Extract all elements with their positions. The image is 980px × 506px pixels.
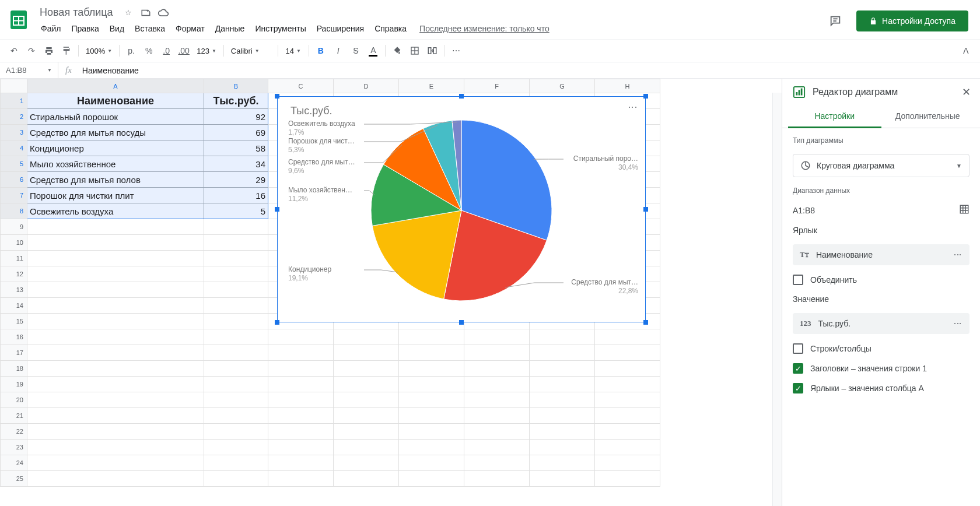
cell-F19[interactable] (464, 377, 530, 392)
cell-B24[interactable] (204, 455, 268, 471)
resize-handle[interactable] (643, 320, 648, 325)
cell-E17[interactable] (399, 345, 464, 361)
resize-handle[interactable] (459, 320, 464, 325)
cell-A17[interactable] (27, 345, 204, 361)
cell-H18[interactable] (595, 361, 660, 377)
menu-insert[interactable]: Вставка (130, 22, 170, 36)
sheet-area[interactable]: ABCDEFGH1НаименованиеТыс.руб.2Стиральный… (0, 79, 782, 506)
pie-chart[interactable]: ⋮ Тыс.руб. Стиральный поро…30,4%Средство… (277, 96, 646, 322)
cell-C23[interactable] (268, 440, 334, 455)
data-range-input[interactable]: A1:B8 (793, 206, 815, 215)
close-icon[interactable]: ✕ (962, 86, 971, 99)
menu-extensions[interactable]: Расширения (312, 22, 369, 36)
zoom-select[interactable]: 100%▼ (82, 43, 116, 59)
row-header-15[interactable]: 15 (1, 314, 27, 329)
row-header-3[interactable]: 3 (1, 125, 27, 140)
cell-F23[interactable] (464, 440, 530, 455)
more-toolbar-button[interactable]: ⋯ (448, 43, 464, 59)
row-header-17[interactable]: 17 (1, 345, 27, 361)
cell-F22[interactable] (464, 424, 530, 440)
labels-colA-checkbox[interactable]: ✓ Ярлыки – значения столбца A (793, 383, 970, 393)
cell-D17[interactable] (334, 345, 399, 361)
cell-A23[interactable] (27, 440, 204, 455)
sheets-logo[interactable] (7, 8, 30, 31)
cell-B6[interactable]: 29 (204, 172, 268, 188)
cell-G16[interactable] (530, 329, 595, 345)
cell-F24[interactable] (464, 455, 530, 471)
cell-D21[interactable] (334, 408, 399, 424)
cell-B14[interactable] (204, 298, 268, 314)
cell-G18[interactable] (530, 361, 595, 377)
row-header-12[interactable]: 12 (1, 266, 27, 282)
cell-G24[interactable] (530, 455, 595, 471)
cell-B21[interactable] (204, 408, 268, 424)
cell-A6[interactable]: Средство для мытья полов (27, 172, 204, 188)
row-header-21[interactable]: 21 (1, 408, 27, 424)
resize-handle[interactable] (459, 94, 464, 99)
redo-button[interactable]: ↷ (23, 43, 40, 59)
resize-handle[interactable] (275, 94, 279, 99)
cell-H17[interactable] (595, 345, 660, 361)
cell-A13[interactable] (27, 282, 204, 298)
cell-B1[interactable]: Тыс.руб. (204, 93, 268, 109)
cell-G19[interactable] (530, 377, 595, 392)
cell-B19[interactable] (204, 377, 268, 392)
cell-C24[interactable] (268, 455, 334, 471)
col-header-F[interactable]: F (464, 79, 530, 93)
cell-B18[interactable] (204, 361, 268, 377)
more-formats-select[interactable]: 123▼ (193, 43, 220, 59)
cell-A12[interactable] (27, 266, 204, 282)
cell-B16[interactable] (204, 329, 268, 345)
cell-C19[interactable] (268, 377, 334, 392)
cell-A18[interactable] (27, 361, 204, 377)
row-header-4[interactable]: 4 (1, 140, 27, 156)
rows-cols-checkbox[interactable]: Строки/столбцы (793, 343, 970, 354)
menu-help[interactable]: Справка (370, 22, 411, 36)
more-icon[interactable]: ⋮ (953, 251, 963, 259)
percent-button[interactable]: % (141, 43, 157, 59)
cell-B9[interactable] (204, 219, 268, 235)
cell-E21[interactable] (399, 408, 464, 424)
row-header-1[interactable]: 1 (1, 93, 27, 109)
row-header-20[interactable]: 20 (1, 392, 27, 408)
cell-E23[interactable] (399, 440, 464, 455)
font-select[interactable]: Calibri▼ (228, 43, 274, 59)
cell-D24[interactable] (334, 455, 399, 471)
cell-B8[interactable]: 5 (204, 203, 268, 219)
row-header-14[interactable]: 14 (1, 298, 27, 314)
cell-H19[interactable] (595, 377, 660, 392)
cell-A1[interactable]: Наименование (27, 93, 204, 109)
cell-H21[interactable] (595, 408, 660, 424)
increase-decimal-button[interactable]: .00 (176, 43, 192, 59)
row-header-10[interactable]: 10 (1, 235, 27, 251)
row-header-11[interactable]: 11 (1, 251, 27, 266)
select-range-icon[interactable] (959, 204, 970, 216)
row-header-18[interactable]: 18 (1, 361, 27, 377)
tab-customize[interactable]: Дополнительные (881, 106, 975, 128)
row-header-16[interactable]: 16 (1, 329, 27, 345)
row-header-19[interactable]: 19 (1, 377, 27, 392)
cell-F16[interactable] (464, 329, 530, 345)
italic-button[interactable]: I (330, 43, 346, 59)
cell-F25[interactable] (464, 471, 530, 487)
cell-G25[interactable] (530, 471, 595, 487)
cell-A7[interactable]: Порошок для чистки плит (27, 188, 204, 203)
cell-F18[interactable] (464, 361, 530, 377)
cell-C21[interactable] (268, 408, 334, 424)
cell-E22[interactable] (399, 424, 464, 440)
cell-C17[interactable] (268, 345, 334, 361)
print-button[interactable] (41, 43, 57, 59)
paint-format-button[interactable] (58, 43, 75, 59)
undo-button[interactable]: ↶ (6, 43, 22, 59)
fill-color-button[interactable] (389, 43, 405, 59)
col-header-D[interactable]: D (334, 79, 399, 93)
cell-A16[interactable] (27, 329, 204, 345)
cell-C20[interactable] (268, 392, 334, 408)
row-header-2[interactable]: 2 (1, 109, 27, 125)
cell-E25[interactable] (399, 471, 464, 487)
resize-handle[interactable] (643, 94, 648, 99)
cell-B4[interactable]: 58 (204, 140, 268, 156)
merge-button[interactable] (424, 43, 440, 59)
menu-file[interactable]: Файл (36, 22, 65, 36)
cell-G17[interactable] (530, 345, 595, 361)
